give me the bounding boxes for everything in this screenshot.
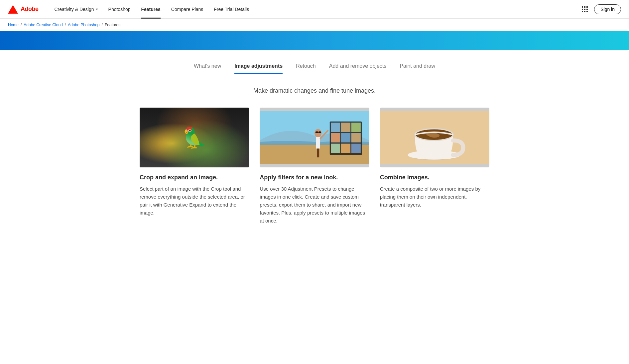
svg-rect-9 xyxy=(584,11,585,12)
svg-rect-12 xyxy=(140,117,249,120)
svg-rect-41 xyxy=(351,123,361,132)
svg-rect-39 xyxy=(331,123,340,132)
hero-banner xyxy=(0,31,629,50)
card-crop-image xyxy=(140,108,249,167)
svg-rect-4 xyxy=(586,6,588,8)
breadcrumb-sep-2: / xyxy=(65,23,66,27)
adobe-wordmark: Adobe xyxy=(21,6,39,13)
svg-rect-6 xyxy=(584,9,585,10)
tabs-navigation: What's new Image adjustments Retouch Add… xyxy=(0,63,629,74)
nav-features[interactable]: Features xyxy=(136,0,166,19)
breadcrumb-sep-1: / xyxy=(21,23,22,27)
breadcrumb-creative-cloud[interactable]: Adobe Creative Cloud xyxy=(24,23,63,27)
main-navigation: Adobe Creativity & Design ▾ Photoshop Fe… xyxy=(0,0,629,19)
svg-rect-47 xyxy=(351,143,361,153)
tab-paint-draw[interactable]: Paint and draw xyxy=(400,63,435,74)
compare-plans-label: Compare Plans xyxy=(171,7,203,12)
adobe-logo-icon xyxy=(8,5,18,14)
card-filters-image xyxy=(260,108,369,167)
svg-point-27 xyxy=(229,134,230,135)
svg-rect-7 xyxy=(586,9,588,10)
svg-point-29 xyxy=(221,148,229,155)
card-combine-title: Combine images. xyxy=(380,174,489,181)
svg-rect-2 xyxy=(582,6,583,8)
card-combine-desc: Create a composite of two or more images… xyxy=(380,185,489,209)
adobe-logo[interactable]: Adobe xyxy=(8,5,39,14)
svg-rect-3 xyxy=(584,6,585,8)
breadcrumb-current: Features xyxy=(105,23,120,27)
tab-whats-new[interactable]: What's new xyxy=(194,63,221,74)
sign-in-button[interactable]: Sign in xyxy=(594,4,621,14)
creativity-design-label: Creativity & Design xyxy=(55,7,94,12)
svg-rect-5 xyxy=(582,9,583,10)
svg-point-21 xyxy=(189,120,207,132)
tab-add-remove-objects[interactable]: Add and remove objects xyxy=(329,63,387,74)
svg-rect-15 xyxy=(146,120,151,134)
tab-image-adjustments[interactable]: Image adjustments xyxy=(234,63,283,74)
breadcrumb-photoshop[interactable]: Adobe Photoshop xyxy=(68,23,99,27)
coffee-svg xyxy=(380,108,489,167)
card-combine-image xyxy=(380,108,489,167)
card-filters-desc: Use over 30 Adjustment Presets to change… xyxy=(260,185,369,225)
svg-point-22 xyxy=(199,124,214,134)
card-crop: Crop and expand an image. Select part of… xyxy=(140,108,249,225)
svg-rect-42 xyxy=(331,133,340,142)
svg-rect-20 xyxy=(175,122,180,134)
svg-rect-46 xyxy=(341,143,350,153)
svg-rect-11 xyxy=(140,111,249,164)
svg-point-25 xyxy=(225,130,235,140)
svg-point-49 xyxy=(318,132,321,133)
svg-point-23 xyxy=(184,126,195,135)
nav-compare-plans[interactable]: Compare Plans xyxy=(166,0,209,19)
nav-right: Sign in xyxy=(581,4,621,14)
toucan-image xyxy=(140,108,249,167)
apps-grid-icon[interactable] xyxy=(581,5,589,13)
beach-svg xyxy=(260,108,369,167)
nav-free-trial[interactable]: Free Trial Details xyxy=(208,0,254,19)
svg-rect-44 xyxy=(351,133,361,142)
breadcrumb-sep-3: / xyxy=(102,23,103,27)
svg-point-26 xyxy=(228,134,230,136)
card-filters: Apply filters for a new look. Use over 3… xyxy=(260,108,369,225)
card-filters-title: Apply filters for a new look. xyxy=(260,174,369,181)
free-trial-label: Free Trial Details xyxy=(214,7,249,12)
svg-point-35 xyxy=(314,129,321,137)
card-crop-desc: Select part of an image with the Crop to… xyxy=(140,185,249,217)
svg-rect-10 xyxy=(586,11,588,12)
features-label: Features xyxy=(141,7,161,12)
svg-point-48 xyxy=(315,132,318,133)
cards-grid: Crop and expand an image. Select part of… xyxy=(132,108,497,225)
svg-point-32 xyxy=(179,153,182,156)
svg-rect-16 xyxy=(152,122,156,134)
tabs-section: What's new Image adjustments Retouch Add… xyxy=(0,50,629,94)
svg-rect-43 xyxy=(341,133,350,142)
section-subtitle: Make dramatic changes and fine tune imag… xyxy=(253,87,376,94)
svg-point-24 xyxy=(221,133,239,153)
breadcrumb: Home / Adobe Creative Cloud / Adobe Phot… xyxy=(0,19,629,31)
nav-creativity-design[interactable]: Creativity & Design ▾ xyxy=(49,0,103,19)
nav-links: Creativity & Design ▾ Photoshop Features… xyxy=(49,0,581,19)
photoshop-label: Photoshop xyxy=(108,7,131,12)
svg-point-30 xyxy=(181,154,186,159)
svg-rect-19 xyxy=(170,120,174,134)
svg-rect-37 xyxy=(317,148,319,157)
svg-point-28 xyxy=(224,136,236,149)
toucan-svg xyxy=(140,108,249,167)
card-crop-title: Crop and expand an image. xyxy=(140,174,249,181)
svg-rect-17 xyxy=(157,120,163,134)
chevron-down-icon: ▾ xyxy=(96,7,98,11)
svg-point-31 xyxy=(185,153,188,156)
tab-retouch[interactable]: Retouch xyxy=(296,63,316,74)
svg-rect-14 xyxy=(140,152,249,155)
svg-rect-40 xyxy=(341,123,350,132)
nav-photoshop[interactable]: Photoshop xyxy=(103,0,136,19)
svg-rect-18 xyxy=(164,121,169,134)
svg-rect-36 xyxy=(316,137,320,148)
svg-rect-8 xyxy=(582,11,583,12)
svg-rect-13 xyxy=(140,135,249,137)
card-combine: Combine images. Create a composite of tw… xyxy=(380,108,489,225)
svg-rect-45 xyxy=(331,143,340,153)
breadcrumb-home[interactable]: Home xyxy=(8,23,19,27)
